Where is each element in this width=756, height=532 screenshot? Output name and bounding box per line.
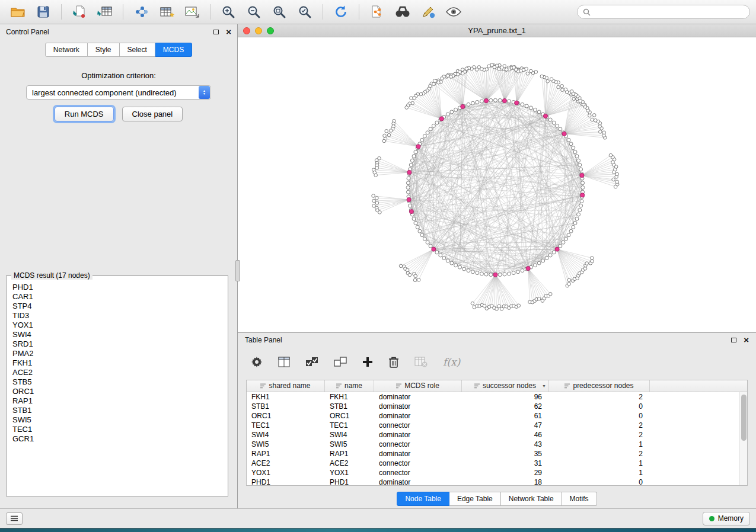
save-button[interactable] <box>31 2 55 22</box>
close-panel-icon[interactable]: × <box>226 29 231 35</box>
function-builder-button[interactable]: f(x) <box>443 353 460 371</box>
zoom-out-button[interactable] <box>242 2 266 22</box>
delete-table-button[interactable] <box>414 353 428 371</box>
tab-select[interactable]: Select <box>120 43 155 57</box>
mcds-result-node[interactable]: STP4 <box>12 302 228 311</box>
task-history-button[interactable] <box>6 512 23 525</box>
mcds-result-node[interactable]: PMA2 <box>12 349 228 358</box>
run-mcds-button[interactable]: Run MCDS <box>55 107 114 121</box>
table-row-tec1[interactable]: TEC1TEC1connector472 <box>247 421 747 430</box>
table-scrollbar-thumb[interactable] <box>741 395 747 441</box>
find-button[interactable] <box>391 2 414 22</box>
zoom-selected-button[interactable] <box>293 2 317 22</box>
import-network-file-button[interactable] <box>68 2 91 22</box>
tab-motifs[interactable]: Motifs <box>562 492 597 506</box>
column-header-successor-nodes[interactable]: successor nodes▼ <box>462 380 549 392</box>
mcds-result-node[interactable]: ORC1 <box>12 387 228 396</box>
mcds-result-node[interactable]: FKH1 <box>12 358 228 368</box>
copy-network-icon <box>370 5 384 19</box>
panel-splitter[interactable] <box>235 260 240 281</box>
mcds-result-node[interactable]: GCR1 <box>12 434 228 444</box>
table-body: FKH1FKH1dominator962STB1STB1dominator620… <box>247 392 747 486</box>
new-network-button[interactable] <box>129 2 153 22</box>
tab-network[interactable]: Network <box>45 43 88 57</box>
import-table-file-button[interactable] <box>93 2 117 22</box>
table-row-stb1[interactable]: STB1STB1dominator620 <box>247 402 747 411</box>
column-sort-icon <box>336 383 342 389</box>
mcds-result-node[interactable]: SWI5 <box>12 415 228 425</box>
close-panel-button[interactable]: Close panel <box>122 107 183 121</box>
tab-edge-table[interactable]: Edge Table <box>449 492 501 506</box>
table-row-rap1[interactable]: RAP1RAP1dominator352 <box>247 449 747 459</box>
zoom-fit-button[interactable] <box>267 2 291 22</box>
table-row-swi4[interactable]: SWI4SWI4dominator462 <box>247 430 747 440</box>
table-row-phd1[interactable]: PHD1PHD1dominator180 <box>247 477 747 486</box>
table-row-orc1[interactable]: ORC1ORC1dominator610 <box>247 411 747 421</box>
deselect-all-columns-icon <box>334 356 347 368</box>
show-hide-button[interactable] <box>442 2 465 22</box>
show-columns-button[interactable] <box>278 353 290 371</box>
add-column-button[interactable] <box>362 353 373 371</box>
deselect-all-columns-button[interactable] <box>334 353 347 371</box>
export-image-button[interactable] <box>180 2 204 22</box>
find-icon <box>395 5 410 18</box>
search-box[interactable] <box>577 5 750 19</box>
mcds-result-node[interactable]: PHD1 <box>12 283 228 292</box>
select-all-columns-button[interactable] <box>305 353 318 371</box>
mcds-result-node[interactable]: YOX1 <box>12 321 228 330</box>
copy-network-button[interactable] <box>365 2 389 22</box>
toolbar-separator <box>323 4 323 20</box>
minimize-window-icon[interactable] <box>255 27 262 34</box>
network-window-titlebar[interactable]: YPA_prune.txt_1 <box>238 24 756 37</box>
mcds-result-node[interactable]: RAP1 <box>12 396 228 406</box>
memory-status-icon <box>709 516 714 521</box>
control-panel-title: Control Panel <box>6 28 49 36</box>
import-network-file-icon <box>72 5 87 19</box>
table-scrollbar[interactable] <box>739 392 747 485</box>
memory-button[interactable]: Memory <box>703 512 750 525</box>
table-panel-header: Table Panel × <box>238 333 756 348</box>
table-row-fkh1[interactable]: FKH1FKH1dominator962 <box>247 392 747 402</box>
table-row-yox1[interactable]: YOX1YOX1connector291 <box>247 468 747 477</box>
refresh-layout-button[interactable] <box>329 2 353 22</box>
mcds-result-node[interactable]: CAR1 <box>12 292 228 302</box>
table-panel-tabs: Node TableEdge TableNetwork TableMotifs <box>238 489 756 508</box>
tab-network-table[interactable]: Network Table <box>501 492 562 506</box>
column-header-mcds-role[interactable]: MCDS role <box>374 380 462 392</box>
float-table-panel-icon[interactable] <box>731 338 736 342</box>
column-header-shared-name[interactable]: shared name <box>247 380 325 392</box>
mcds-result-node[interactable]: ACE2 <box>12 368 228 377</box>
delete-columns-button[interactable] <box>388 353 399 371</box>
delete-columns-icon <box>388 356 399 368</box>
table-row-ace2[interactable]: ACE2ACE2connector311 <box>247 459 747 468</box>
mcds-result-node[interactable]: STB1 <box>12 406 228 415</box>
new-table-button[interactable] <box>155 2 178 22</box>
mcds-result-node[interactable]: TEC1 <box>12 425 228 434</box>
show-hide-icon <box>446 7 461 17</box>
tab-style[interactable]: Style <box>88 43 120 57</box>
mcds-result-node[interactable]: STB5 <box>12 377 228 387</box>
tab-mcds[interactable]: MCDS <box>155 43 192 57</box>
criterion-dropdown[interactable]: largest connected component (undirected)… <box>26 85 211 100</box>
task-list-icon <box>10 515 18 521</box>
maximize-window-icon[interactable] <box>267 27 274 34</box>
tab-node-table[interactable]: Node Table <box>397 492 449 506</box>
function-builder-icon: f(x) <box>443 356 460 368</box>
column-header-name[interactable]: name <box>325 380 374 392</box>
apply-style-button[interactable] <box>416 2 440 22</box>
close-window-icon[interactable] <box>243 27 250 34</box>
column-header-predecessor-nodes[interactable]: predecessor nodes <box>549 380 650 392</box>
mcds-result-node[interactable]: SRD1 <box>12 339 228 349</box>
network-canvas[interactable] <box>238 37 756 332</box>
status-bar: Memory <box>0 508 756 528</box>
table-mode-button[interactable] <box>251 353 263 371</box>
mcds-result-node[interactable]: SWI4 <box>12 330 228 339</box>
open-file-button[interactable] <box>6 2 30 22</box>
mcds-result-node[interactable]: TID3 <box>12 311 228 321</box>
table-row-swi5[interactable]: SWI5SWI5connector431 <box>247 440 747 449</box>
float-panel-icon[interactable] <box>213 30 219 34</box>
close-table-panel-icon[interactable]: × <box>744 337 749 343</box>
dropdown-stepper-icon: ▲▼ <box>199 86 210 99</box>
search-input[interactable] <box>594 8 744 16</box>
zoom-in-button[interactable] <box>216 2 240 22</box>
